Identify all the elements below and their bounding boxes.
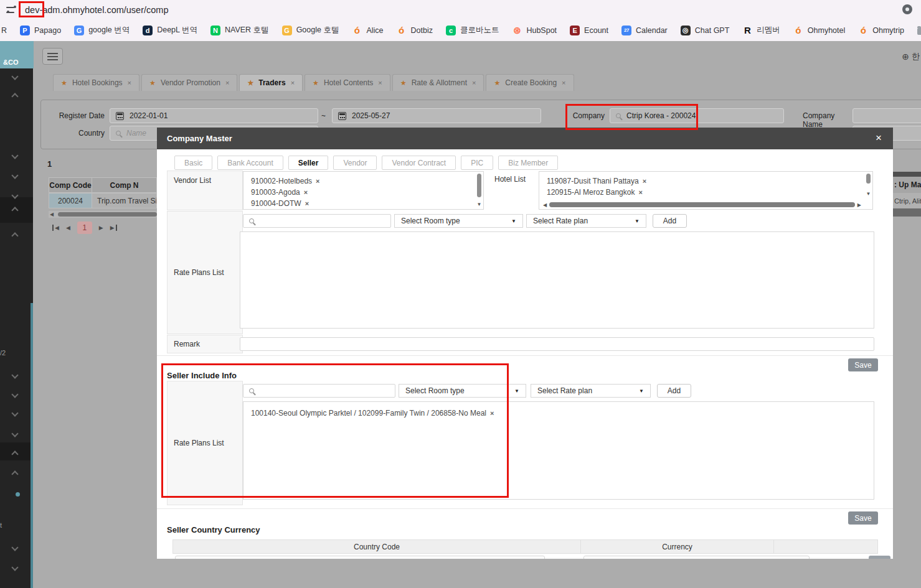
save-button[interactable]: Save xyxy=(848,358,878,371)
remove-item-icon[interactable]: × xyxy=(638,189,642,196)
close-tab-icon[interactable]: × xyxy=(472,79,476,86)
modal-tab-vendor[interactable]: Vendor xyxy=(333,156,377,170)
bookmark-item[interactable]: EEcount xyxy=(570,26,608,35)
scrollbar-thumb[interactable] xyxy=(58,212,157,217)
close-tab-icon[interactable]: × xyxy=(378,79,382,86)
workspace-tab-rate-allotment[interactable]: ★Rate & Allotment× xyxy=(392,74,484,91)
remove-item-icon[interactable]: × xyxy=(305,200,309,207)
workspace-tab-hotel-contents[interactable]: ★Hotel Contents× xyxy=(305,74,390,91)
bookmark-item[interactable]: óOhmytrip xyxy=(858,26,904,35)
prev-page-icon[interactable]: ◀ xyxy=(66,225,70,231)
chevron-up-icon[interactable] xyxy=(11,93,18,100)
si-rate-plan-select[interactable]: Select Rate plan▼ xyxy=(531,384,651,398)
scroll-down-icon[interactable]: ▼ xyxy=(866,191,871,197)
hotel-scrollbar[interactable]: ▼ xyxy=(866,174,871,207)
chevron-down-icon[interactable] xyxy=(11,172,18,179)
extension-icon[interactable] xyxy=(902,4,912,14)
date-from-field[interactable]: 2022-01-01 xyxy=(110,108,318,123)
next-page-icon[interactable]: ▶ xyxy=(99,225,103,231)
scroll-down-icon[interactable]: ▼ xyxy=(476,202,482,207)
modal-tab-basic[interactable]: Basic xyxy=(174,156,212,170)
si-room-type-select[interactable]: Select Room type▼ xyxy=(399,384,526,398)
chevron-down-icon[interactable] xyxy=(11,391,18,398)
chevron-down-icon[interactable] xyxy=(11,564,18,571)
workspace-tab-traders[interactable]: ★Traders× xyxy=(239,74,303,91)
chevron-down-icon[interactable] xyxy=(11,371,18,378)
chevron-down-icon[interactable] xyxy=(11,73,18,80)
bookmark-item[interactable]: óDotbiz xyxy=(397,26,433,35)
bookmark-item[interactable]: NNAVER 호텔 xyxy=(210,25,269,35)
hamburger-menu-icon[interactable] xyxy=(42,48,63,65)
room-type-select[interactable]: Select Room type▼ xyxy=(394,214,523,228)
country-code-input[interactable] xyxy=(175,556,545,559)
remove-item-icon[interactable]: × xyxy=(643,177,646,185)
rate-plan-search-input[interactable] xyxy=(243,214,391,228)
url-bar[interactable]: dev-adm.ohmyhotel.com/user/comp xyxy=(25,5,169,15)
si-search-input[interactable] xyxy=(243,384,395,398)
remark-input[interactable] xyxy=(240,337,874,351)
current-page[interactable]: 1 xyxy=(77,222,92,234)
table-row[interactable]: 200024 Trip.com Travel Singa xyxy=(49,193,157,208)
register-date-label: Register Date xyxy=(47,111,105,120)
remove-item-icon[interactable]: × xyxy=(316,177,319,185)
modal-tab-seller[interactable]: Seller xyxy=(288,156,329,170)
si-add-button[interactable]: Add xyxy=(657,384,691,398)
scrollbar-thumb[interactable] xyxy=(549,202,855,207)
close-tab-icon[interactable]: × xyxy=(291,79,295,86)
bookmark-item[interactable]: óAlice xyxy=(352,26,383,35)
close-tab-icon[interactable]: × xyxy=(225,79,229,86)
close-icon[interactable]: × xyxy=(876,132,882,144)
bookmark-item[interactable]: R리멤버 xyxy=(742,25,780,35)
add-button[interactable]: Add xyxy=(653,214,687,228)
bookmark-item[interactable]: Ggoogle 번역 xyxy=(74,25,130,35)
modal-tab-pic[interactable]: PIC xyxy=(461,156,493,170)
chevron-down-icon[interactable] xyxy=(11,544,18,551)
chevron-up-icon[interactable] xyxy=(11,470,18,477)
scroll-left-icon[interactable]: ◀ xyxy=(543,202,547,208)
si-save-button[interactable]: Save xyxy=(848,511,878,525)
bookmark-item[interactable]: c클로바노트 xyxy=(446,25,499,35)
scroll-left-icon[interactable]: ◀ xyxy=(49,212,55,217)
bookmark-item[interactable]: PPapago xyxy=(20,26,61,35)
scrollbar-thumb[interactable] xyxy=(477,174,481,197)
horizontal-scrollbar[interactable]: ◀ xyxy=(49,211,157,218)
browser-menu-icon[interactable] xyxy=(6,4,17,16)
hotel-horizontal-scrollbar[interactable]: ◀ ▶ xyxy=(543,202,861,208)
chevron-down-icon[interactable] xyxy=(11,152,18,159)
remove-item-icon[interactable]: × xyxy=(490,409,494,417)
currency-add-button[interactable] xyxy=(869,556,890,559)
last-page-icon[interactable]: ▶ xyxy=(110,225,117,231)
tab-label: Vendor xyxy=(343,159,367,167)
scrollbar-thumb[interactable] xyxy=(866,174,871,184)
workspace-tab-create-booking[interactable]: ★Create Booking× xyxy=(486,74,574,91)
remove-item-icon[interactable]: × xyxy=(304,189,308,196)
close-tab-icon[interactable]: × xyxy=(562,79,565,86)
date-separator: ~ xyxy=(321,111,326,120)
currency-input[interactable] xyxy=(583,556,810,559)
vendor-scrollbar[interactable]: ▼ xyxy=(476,174,482,207)
chevron-down-icon[interactable] xyxy=(11,430,18,437)
rate-plan-select[interactable]: Select Rate plan▼ xyxy=(526,214,646,228)
workspace-tab-hotel-bookings[interactable]: ★Hotel Bookings× xyxy=(53,74,139,91)
first-page-icon[interactable]: ◀ xyxy=(52,225,59,231)
company-name-field[interactable] xyxy=(853,108,921,123)
bookmark-item[interactable]: ◎Chat GPT xyxy=(681,26,730,35)
workspace-tab-vendor-promotion[interactable]: ★Vendor Promotion× xyxy=(141,74,237,91)
modal-tab-biz-member[interactable]: Biz Member xyxy=(498,156,558,170)
bookmark-item[interactable]: R xyxy=(1,26,7,35)
language-switcher[interactable]: ⊕ 한 xyxy=(902,51,920,62)
close-tab-icon[interactable]: × xyxy=(128,79,131,86)
scroll-right-icon[interactable]: ▶ xyxy=(857,202,861,208)
bookmark-item[interactable]: óOhmyhotel xyxy=(793,26,845,35)
bookmark-item[interactable]: 27Calendar xyxy=(621,26,668,35)
bookmark-item[interactable]: ⊛HubSpot xyxy=(512,26,557,35)
modal-tab-vendor-contract[interactable]: Vendor Contract xyxy=(382,156,456,170)
bookmark-item[interactable]: dDeepL 번역 xyxy=(143,25,197,35)
chevron-up-icon[interactable] xyxy=(11,232,18,239)
bookmark-item[interactable]: Ohmy Admin xyxy=(917,26,921,35)
modal-tab-bank-account[interactable]: Bank Account xyxy=(217,156,283,170)
company-field[interactable]: Ctrip Korea - 200024 xyxy=(610,108,784,123)
bookmark-item[interactable]: GGoogle 호텔 xyxy=(282,25,339,35)
chevron-down-icon[interactable] xyxy=(11,409,18,416)
date-to-field[interactable]: 2025-05-27 xyxy=(332,108,541,123)
